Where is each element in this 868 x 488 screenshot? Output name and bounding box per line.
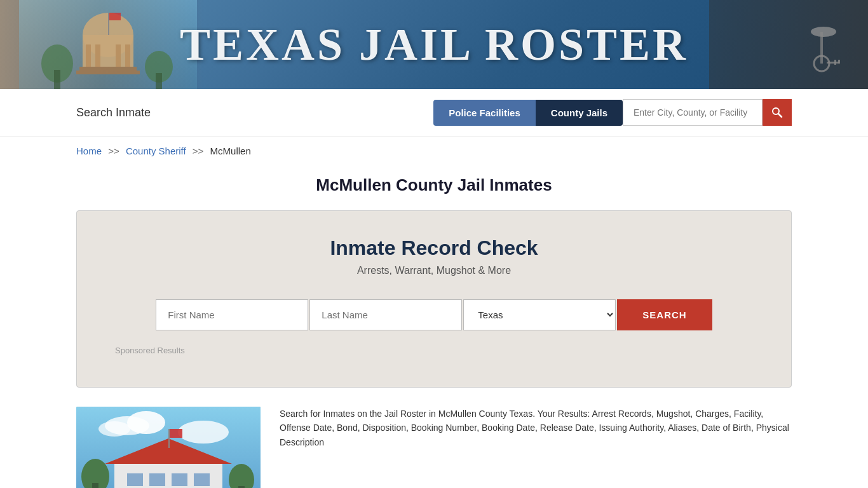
- search-icon: [771, 107, 783, 118]
- svg-rect-6: [125, 44, 130, 67]
- svg-rect-32: [149, 473, 165, 486]
- svg-rect-8: [76, 71, 140, 74]
- breadcrumb-sep2: >>: [193, 146, 204, 156]
- police-facilities-button[interactable]: Police Facilities: [433, 100, 536, 126]
- navbar: Search Inmate Police Facilities County J…: [0, 89, 868, 137]
- record-check-subtitle: Arrests, Warrant, Mugshot & More: [115, 265, 753, 276]
- svg-rect-9: [108, 13, 109, 35]
- svg-rect-21: [838, 60, 840, 64]
- svg-rect-39: [92, 483, 98, 488]
- svg-rect-7: [79, 67, 137, 71]
- sponsored-results: Sponsored Results: [115, 346, 753, 355]
- capitol-image: [19, 0, 197, 89]
- svg-point-27: [98, 421, 130, 437]
- search-section: Inmate Record Check Arrests, Warrant, Mu…: [76, 210, 792, 388]
- svg-rect-3: [86, 44, 91, 67]
- svg-rect-4: [95, 44, 100, 67]
- search-inmate-label: Search Inmate: [76, 106, 151, 119]
- record-check-title: Inmate Record Check: [115, 236, 753, 260]
- svg-rect-33: [172, 473, 187, 486]
- facility-image: [76, 407, 261, 488]
- facility-image-svg: [76, 407, 261, 488]
- page-title-section: McMullen County Jail Inmates: [0, 165, 868, 210]
- facility-search-input[interactable]: [623, 99, 763, 126]
- first-name-input[interactable]: [156, 299, 308, 330]
- page-title: McMullen County Jail Inmates: [0, 175, 868, 195]
- state-select[interactable]: AlabamaAlaskaArizonaArkansasCaliforniaCo…: [463, 299, 616, 330]
- svg-rect-37: [170, 429, 182, 438]
- svg-rect-5: [116, 44, 121, 67]
- search-submit-button[interactable]: SEARCH: [617, 299, 712, 330]
- svg-point-16: [811, 27, 836, 37]
- facility-search-button[interactable]: [763, 99, 792, 126]
- svg-rect-17: [820, 32, 823, 64]
- search-fields: AlabamaAlaskaArizonaArkansasCaliforniaCo…: [115, 299, 753, 330]
- breadcrumb-home[interactable]: Home: [76, 146, 102, 156]
- svg-rect-19: [827, 62, 839, 64]
- svg-point-26: [127, 411, 165, 434]
- banner-title: Texas Jail Roster: [180, 18, 688, 71]
- bottom-description: Search for Inmates on the Jail Roster in…: [280, 407, 792, 449]
- navbar-right: Police Facilities County Jails: [433, 99, 792, 126]
- svg-rect-36: [168, 429, 170, 448]
- svg-rect-31: [127, 473, 143, 486]
- svg-rect-15: [709, 0, 868, 89]
- bottom-section: Search for Inmates on the Jail Roster in…: [0, 407, 868, 488]
- svg-line-23: [778, 114, 782, 117]
- svg-point-28: [178, 421, 229, 444]
- breadcrumb-current: McMullen: [210, 146, 251, 156]
- county-jails-button[interactable]: County Jails: [536, 100, 623, 126]
- right-overlay: [709, 0, 868, 89]
- breadcrumb-sep1: >>: [108, 146, 119, 156]
- header-banner: Texas Jail Roster: [0, 0, 868, 89]
- breadcrumb-county-sheriff[interactable]: County Sheriff: [126, 146, 186, 156]
- svg-rect-10: [109, 13, 121, 20]
- breadcrumb: Home >> County Sheriff >> McMullen: [0, 137, 868, 165]
- svg-rect-20: [834, 60, 836, 65]
- svg-rect-14: [156, 73, 162, 89]
- svg-rect-34: [194, 473, 210, 486]
- last-name-input[interactable]: [309, 299, 462, 330]
- svg-rect-12: [54, 70, 60, 89]
